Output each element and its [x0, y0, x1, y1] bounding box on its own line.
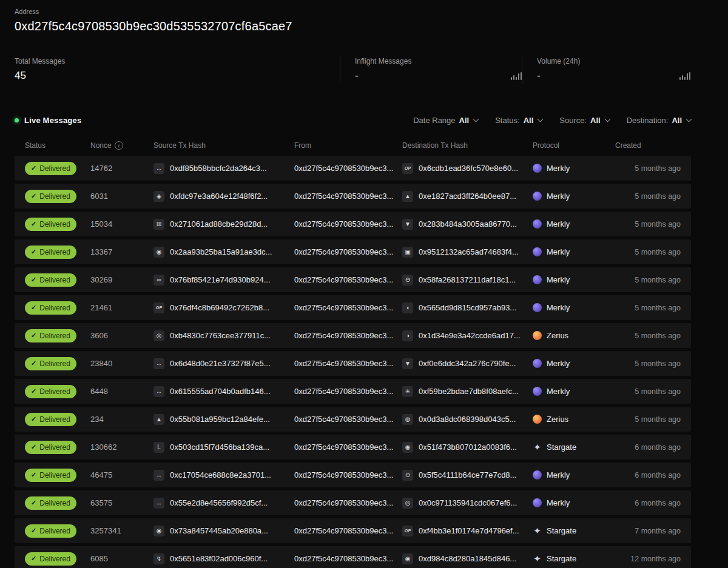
- from-address-link[interactable]: 0xd27f5c4c9708530b9ec3...: [294, 192, 393, 201]
- stat-label: Inflight Messages: [355, 57, 522, 65]
- protocol-icon: [533, 164, 542, 173]
- destination-chain-icon: ✳: [402, 386, 413, 397]
- source-tx-hash-link[interactable]: 0xb4830c7763cee377911c...: [170, 331, 271, 340]
- destination-tx-hash-link[interactable]: 0xe1827acd3ff264b0ee87...: [419, 192, 516, 201]
- source-tx-hash-link[interactable]: 0x55e2d8e45656f992d5cf...: [170, 498, 268, 507]
- destination-tx-hash-link[interactable]: 0x58fa268137211daf18c1...: [419, 275, 516, 284]
- table-row[interactable]: ✓Delivered6085↯0x5651e83f02ad006c960f...…: [15, 546, 691, 568]
- destination-tx-hash-link[interactable]: 0x5f5c4111b64ce77e7cd8...: [419, 470, 516, 479]
- check-icon: ✓: [31, 499, 36, 507]
- destination-tx-hash-link[interactable]: 0x0d3a8dc068398d043c5...: [419, 415, 516, 424]
- from-address-link[interactable]: 0xd27f5c4c9708530b9ec3...: [294, 415, 393, 424]
- status-badge: ✓Delivered: [25, 246, 76, 259]
- table-row[interactable]: ✓Delivered3257341◉0x73a8457445ab20e880a.…: [15, 518, 691, 543]
- from-address-link[interactable]: 0xd27f5c4c9708530b9ec3...: [294, 470, 393, 479]
- nonce-value: 6085: [90, 554, 153, 563]
- created-time: 7 months ago: [615, 527, 681, 535]
- check-icon: ✓: [31, 471, 36, 479]
- table-body: ✓Delivered14762↔0xdf85b58bbcfc2da264c3..…: [15, 156, 691, 568]
- from-address-link[interactable]: 0xd27f5c4c9708530b9ec3...: [294, 331, 393, 340]
- check-icon: ✓: [31, 415, 36, 423]
- table-row[interactable]: ✓Delivered63575↔0x55e2d8e45656f992d5cf..…: [15, 490, 691, 515]
- from-address-link[interactable]: 0xd27f5c4c9708530b9ec3...: [294, 387, 393, 396]
- destination-tx-hash-link[interactable]: 0x283b484a3005aa86770...: [419, 219, 517, 229]
- source-tx-hash-link[interactable]: 0x76df4c8b69492c7262b8...: [170, 303, 269, 312]
- created-time: 5 months ago: [615, 387, 681, 396]
- from-address-link[interactable]: 0xd27f5c4c9708530b9ec3...: [294, 526, 393, 535]
- table-row[interactable]: ✓Delivered30269∞0x76bf85421e74d930b924..…: [15, 267, 691, 292]
- nonce-value: 46475: [90, 470, 153, 479]
- source-tx-hash-link[interactable]: 0xc17054ce688c8e2a3701...: [170, 470, 271, 479]
- protocol-name: Zerius: [547, 415, 568, 424]
- from-address-link[interactable]: 0xd27f5c4c9708530b9ec3...: [294, 359, 393, 368]
- created-time: 12 months ago: [615, 555, 681, 563]
- status-label: Delivered: [39, 527, 70, 535]
- from-address-link[interactable]: 0xd27f5c4c9708530b9ec3...: [294, 303, 393, 312]
- source-tx-hash-link[interactable]: 0x73a8457445ab20e880a...: [170, 526, 268, 535]
- source-tx-hash-link[interactable]: 0x615555ad704b0adfb146...: [170, 387, 271, 396]
- table-row[interactable]: ✓Delivered13367◉0x2aa93b25ba15a91ae3dc..…: [15, 239, 691, 264]
- from-address-link[interactable]: 0xd27f5c4c9708530b9ec3...: [294, 275, 393, 284]
- filter-label: Status:: [495, 116, 519, 125]
- filter-label: Source:: [559, 116, 587, 125]
- filter-source[interactable]: Source: All: [559, 116, 609, 125]
- table-row[interactable]: ✓Delivered14762↔0xdf85b58bbcfc2da264c3..…: [15, 156, 691, 181]
- table-row[interactable]: ✓Delivered23840↔0x6d48d0e21e37327f87e5..…: [15, 351, 691, 376]
- source-chain-icon: OP: [153, 302, 164, 313]
- column-from: From: [294, 141, 402, 150]
- created-time: 5 months ago: [615, 248, 681, 256]
- filter-date-range[interactable]: Date Range All: [413, 116, 478, 125]
- check-icon: ✓: [31, 555, 36, 563]
- check-icon: ✓: [31, 332, 36, 339]
- filter-status[interactable]: Status: All: [495, 116, 542, 125]
- destination-tx-hash-link[interactable]: 0xf0e6ddc342a276c790fe...: [419, 359, 516, 368]
- source-chain-icon: ↔: [153, 470, 164, 481]
- source-tx-hash-link[interactable]: 0xfdc97e3a604e12f48f6f2...: [170, 192, 268, 201]
- destination-tx-hash-link[interactable]: 0x1d34e9e3a42ccde6ad17...: [419, 331, 521, 340]
- source-tx-hash-link[interactable]: 0x76bf85421e74d930b924...: [170, 275, 271, 284]
- destination-tx-hash-link[interactable]: 0x6cdb1ead36fc570e8e60...: [419, 164, 518, 173]
- destination-tx-hash-link[interactable]: 0xd984c8d280a1845d846...: [419, 554, 516, 563]
- source-tx-hash-link[interactable]: 0xdf85b58bbcfc2da264c3...: [170, 164, 267, 173]
- chevron-down-icon: [686, 116, 692, 122]
- source-tx-hash-link[interactable]: 0x5651e83f02ad006c960f...: [170, 554, 268, 563]
- created-time: 5 months ago: [615, 332, 681, 340]
- source-tx-hash-link[interactable]: 0x6d48d0e21e37327f87e5...: [170, 359, 271, 368]
- protocol-name: Merkly: [547, 303, 570, 312]
- from-address-link[interactable]: 0xd27f5c4c9708530b9ec3...: [294, 554, 393, 563]
- destination-tx-hash-link[interactable]: 0x0c971135941cdc067ef6...: [419, 498, 517, 507]
- source-tx-hash-link[interactable]: 0x2aa93b25ba15a91ae3dc...: [170, 247, 272, 256]
- table-row[interactable]: ✓Delivered234▲0x55b081a959bc12a84efe...0…: [15, 407, 691, 432]
- from-address-link[interactable]: 0xd27f5c4c9708530b9ec3...: [294, 164, 393, 173]
- table-row[interactable]: ✓Delivered15034⊞0x271061ad88cbe29d28d...…: [15, 212, 691, 236]
- destination-tx-hash-link[interactable]: 0x51f473b807012a0083f6...: [419, 443, 517, 452]
- table-row[interactable]: ✓Delivered21461OP0x76df4c8b69492c7262b8.…: [15, 295, 691, 320]
- from-address-link[interactable]: 0xd27f5c4c9708530b9ec3...: [294, 498, 393, 507]
- protocol-name: Merkly: [547, 247, 570, 256]
- check-icon: ✓: [31, 164, 36, 172]
- from-address-link[interactable]: 0xd27f5c4c9708530b9ec3...: [294, 219, 393, 229]
- table-row[interactable]: ✓Delivered3606◎0xb4830c7763cee377911c...…: [15, 323, 691, 348]
- from-address-link[interactable]: 0xd27f5c4c9708530b9ec3...: [294, 443, 393, 452]
- source-chain-icon: ◎: [153, 330, 164, 341]
- stat-inflight-messages: Inflight Messages -: [340, 56, 522, 84]
- created-time: 5 months ago: [615, 276, 681, 284]
- table-row[interactable]: ✓Delivered6031◈0xfdc97e3a604e12f48f6f2..…: [15, 184, 691, 209]
- destination-tx-hash-link[interactable]: 0x565dd9d815cd957ab93...: [419, 303, 516, 312]
- column-nonce: Nonce i: [90, 141, 153, 150]
- source-tx-hash-link[interactable]: 0x271061ad88cbe29d28d...: [170, 219, 268, 229]
- from-address-link[interactable]: 0xd27f5c4c9708530b9ec3...: [294, 247, 393, 256]
- check-icon: ✓: [31, 304, 36, 312]
- table-row[interactable]: ✓Delivered130662L0x503cd15f7d456ba139ca.…: [15, 435, 691, 459]
- source-tx-hash-link[interactable]: 0x55b081a959bc12a84efe...: [170, 415, 270, 424]
- destination-tx-hash-link[interactable]: 0xf4bb3e1f0174e7d4796ef...: [419, 526, 519, 535]
- source-chain-icon: ◉: [153, 247, 164, 258]
- table-row[interactable]: ✓Delivered46475↔0xc17054ce688c8e2a3701..…: [15, 463, 691, 487]
- table-row[interactable]: ✓Delivered6448↔0x615555ad704b0adfb146...…: [15, 379, 691, 404]
- destination-tx-hash-link[interactable]: 0x9512132ac65ad74683f4...: [419, 247, 519, 256]
- source-chain-icon: ↔: [153, 386, 164, 397]
- created-time: 6 months ago: [615, 471, 681, 479]
- filter-destination[interactable]: Destination: All: [627, 116, 691, 125]
- source-tx-hash-link[interactable]: 0x503cd15f7d456ba139ca...: [170, 443, 269, 452]
- destination-tx-hash-link[interactable]: 0xf59be2bdae7db8f08aefc...: [419, 387, 519, 396]
